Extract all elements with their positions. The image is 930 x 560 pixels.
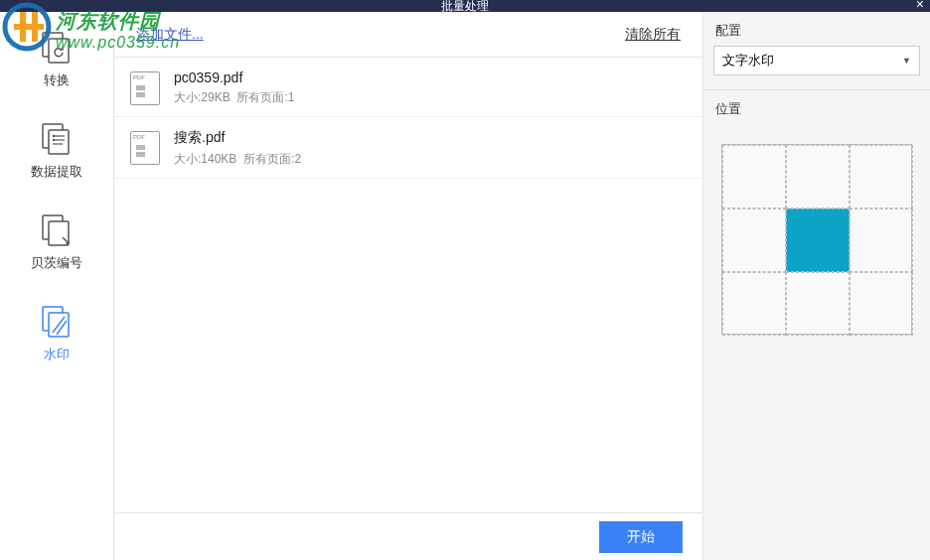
file-row[interactable]: pc0359.pdf 大小:29KB 所有页面:1 [114,58,702,117]
svg-point-8 [53,139,55,141]
right-panel: 配置 文字水印 ▼ 位置 [703,12,930,560]
position-label: 位置 [703,90,930,124]
sidebar-item-label: 贝茨编号 [31,254,82,272]
position-bottom-right[interactable] [850,272,913,336]
position-middle-right[interactable] [850,209,913,272]
file-name: pc0359.pdf [174,70,294,85]
config-select-wrap: 文字水印 ▼ [703,46,930,90]
title-bar: 批量处理 × [0,0,930,12]
close-icon[interactable]: × [916,0,924,10]
config-label: 配置 [703,12,930,46]
pdf-file-icon [130,131,160,165]
watermark-type-select[interactable]: 文字水印 ▼ [713,46,920,75]
svg-rect-10 [49,221,69,245]
position-bottom-center[interactable] [786,272,850,336]
position-top-right[interactable] [850,145,913,209]
chevron-down-icon: ▼ [902,56,911,66]
window-title: 批量处理 [441,0,489,13]
position-grid [721,144,912,335]
sidebar-item-watermark[interactable]: 水印 [0,286,113,377]
position-bottom-left[interactable] [722,272,786,336]
position-grid-wrap [703,124,930,354]
svg-point-7 [53,135,55,137]
main-toolbar: 添加文件... 清除所有 [114,12,702,58]
sidebar-item-label: 转换 [44,71,70,89]
file-meta: 大小:140KB 所有页面:2 [174,151,301,168]
main-panel: 添加文件... 清除所有 pc0359.pdf 大小:29KB 所有页面:1 搜… [114,12,703,560]
pdf-file-icon [130,71,160,105]
sidebar-item-bates[interactable]: 贝茨编号 [0,195,113,286]
footer-bar: 开始 [114,512,702,560]
sidebar-item-label: 数据提取 [31,163,82,181]
start-button[interactable]: 开始 [599,521,683,553]
convert-icon [37,30,77,66]
select-value: 文字水印 [722,52,774,70]
file-row[interactable]: 搜索.pdf 大小:140KB 所有页面:2 [114,117,702,179]
file-list: pc0359.pdf 大小:29KB 所有页面:1 搜索.pdf 大小:140K… [114,58,702,512]
file-info: 搜索.pdf 大小:140KB 所有页面:2 [174,129,301,168]
position-top-left[interactable] [722,145,786,209]
add-file-link[interactable]: 添加文件... [136,26,204,44]
sidebar-item-label: 水印 [44,346,70,363]
sidebar: 转换 数据提取 贝茨编号 水印 [0,12,114,560]
main-content: 转换 数据提取 贝茨编号 水印 添加文件... 清除所有 [0,12,930,560]
position-top-center[interactable] [786,145,850,209]
file-info: pc0359.pdf 大小:29KB 所有页面:1 [174,70,294,106]
clear-all-link[interactable]: 清除所有 [625,26,681,44]
position-middle-left[interactable] [722,209,786,272]
sidebar-item-extract[interactable]: 数据提取 [0,103,113,195]
extract-icon [37,121,77,157]
sidebar-item-convert[interactable]: 转换 [0,12,113,103]
file-name: 搜索.pdf [174,129,301,147]
position-center[interactable] [786,209,850,272]
svg-rect-3 [49,130,69,154]
watermark-icon [37,304,77,340]
svg-rect-1 [49,39,69,63]
file-meta: 大小:29KB 所有页面:1 [174,89,294,106]
bates-icon [37,212,77,248]
